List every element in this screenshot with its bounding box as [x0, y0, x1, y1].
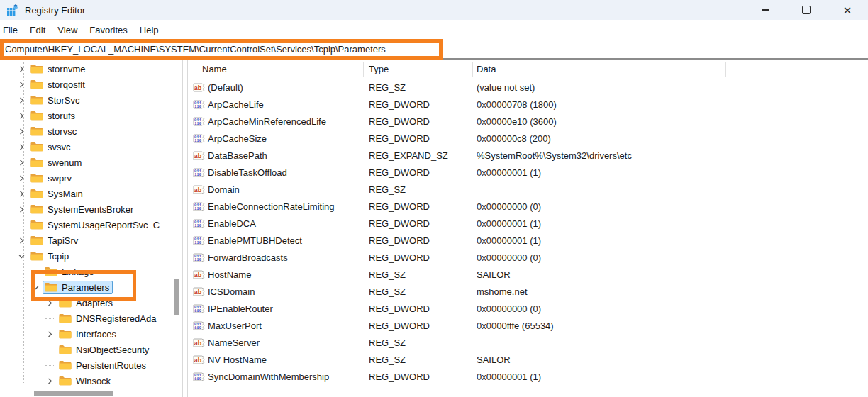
registry-value-row[interactable]: ab 011 110 ICSDomain REG_SZ mshome.net — [188, 284, 868, 301]
chevron-slot[interactable] — [14, 123, 28, 139]
registry-value-row[interactable]: ab 011 110 NV HostName REG_SZ SAILOR — [188, 352, 868, 369]
menu-file[interactable]: File — [3, 25, 18, 35]
tree-node[interactable]: StorSvc — [28, 94, 84, 107]
chevron-slot[interactable] — [14, 77, 28, 92]
chevron-slot[interactable] — [43, 326, 57, 342]
chevron-slot[interactable] — [14, 108, 28, 123]
close-button[interactable]: ✕ — [827, 0, 868, 20]
column-header-data[interactable]: Data — [477, 60, 496, 79]
chevron-slot[interactable] — [14, 248, 28, 264]
column-divider[interactable] — [725, 62, 726, 77]
string-value-icon: ab — [193, 83, 205, 92]
tree-item[interactable]: storufs — [0, 108, 173, 123]
tree: stornvme storqosflt StorSvc — [0, 60, 173, 389]
menu-favorites[interactable]: Favorites — [89, 25, 127, 35]
chevron-slot[interactable] — [43, 311, 57, 326]
tree-node[interactable]: Interfaces — [57, 328, 120, 341]
tree-item[interactable]: StorSvc — [0, 92, 173, 108]
tree-node[interactable]: swenum — [28, 156, 85, 169]
tree-node[interactable]: TapiSrv — [28, 234, 82, 247]
registry-value-row[interactable]: ab 011 110 SyncDomainWithMembership REG_… — [188, 369, 868, 386]
tree-item[interactable]: swprv — [0, 170, 173, 186]
chevron-slot[interactable] — [14, 92, 28, 108]
registry-value-row[interactable]: ab 011 110 ArpCacheSize REG_DWORD 0x0000… — [188, 130, 868, 147]
registry-value-row[interactable]: ab 011 110 ArpCacheLife REG_DWORD 0x0000… — [188, 96, 868, 113]
registry-value-row[interactable]: ab 011 110 EnablePMTUBHDetect REG_DWORD … — [188, 233, 868, 250]
tree-item[interactable]: NsiObjectSecurity — [0, 342, 173, 357]
tree-node[interactable]: svsvc — [28, 140, 74, 154]
tree-item[interactable]: swenum — [0, 155, 173, 170]
registry-value-row[interactable]: ab 011 110 IPEnableRouter REG_DWORD 0x00… — [188, 301, 868, 318]
tree-item[interactable]: svsvc — [0, 139, 173, 155]
tree-node[interactable]: stornvme — [28, 62, 89, 76]
registry-value-row[interactable]: ab 011 110 EnableDCA REG_DWORD 0x0000000… — [188, 216, 868, 233]
svg-text:ab: ab — [194, 289, 202, 296]
chevron-slot[interactable] — [14, 61, 28, 77]
chevron-slot[interactable] — [14, 201, 28, 217]
registry-value-row[interactable]: ab 011 110 DisableTaskOffload REG_DWORD … — [188, 164, 868, 181]
registry-value-row[interactable]: ab 011 110 HostName REG_SZ SAILOR — [188, 267, 868, 284]
chevron-slot[interactable] — [43, 342, 57, 357]
tree-node[interactable]: Tcpip — [28, 250, 72, 263]
registry-value-row[interactable]: ab 011 110 EnableConnectionRateLimiting … — [188, 198, 868, 216]
chevron-slot[interactable] — [14, 170, 28, 186]
folder-icon — [30, 95, 43, 105]
tree-node[interactable]: storqosflt — [28, 78, 89, 91]
registry-value-row[interactable]: ab 011 110 Domain REG_SZ — [188, 181, 868, 198]
chevron-slot[interactable] — [14, 217, 28, 233]
tree-item[interactable]: TapiSrv — [0, 233, 173, 248]
column-header-name[interactable]: Name — [202, 60, 227, 79]
tree-node[interactable]: storvsc — [28, 125, 80, 138]
tree-item[interactable]: storvsc — [0, 123, 173, 139]
column-header-type[interactable]: Type — [369, 60, 389, 79]
tree-item[interactable]: Tcpip — [0, 248, 173, 264]
tree-item-label: swprv — [48, 173, 72, 184]
tree-item[interactable]: Winsock — [0, 373, 173, 388]
chevron-slot[interactable] — [43, 373, 57, 388]
menu-view[interactable]: View — [57, 25, 77, 35]
value-type: REG_DWORD — [369, 164, 430, 181]
minimize-button[interactable] — [745, 0, 786, 20]
column-divider[interactable] — [363, 62, 364, 77]
tree-item[interactable]: Interfaces — [0, 326, 173, 342]
registry-value-row[interactable]: ab 011 110 NameServer REG_SZ — [188, 335, 868, 352]
chevron-slot[interactable] — [14, 139, 28, 155]
tree-node[interactable]: storufs — [28, 109, 79, 123]
tree-item[interactable]: SysMain — [0, 186, 173, 201]
chevron-down-icon — [18, 252, 26, 260]
registry-value-row[interactable]: ab 011 110 (Default) REG_SZ (value not s… — [188, 79, 868, 96]
tree-node[interactable]: Winsock — [57, 374, 114, 388]
chevron-slot[interactable] — [43, 357, 57, 373]
value-type: REG_SZ — [369, 181, 406, 198]
tree-item-label: Interfaces — [76, 329, 116, 340]
tree-item[interactable]: PersistentRoutes — [0, 357, 173, 373]
tree-node[interactable]: NsiObjectSecurity — [57, 343, 152, 357]
tree-vertical-scrollbar[interactable] — [174, 279, 179, 315]
registry-value-row[interactable]: ab 011 110 ForwardBroadcasts REG_DWORD 0… — [188, 250, 868, 267]
tree-connector — [45, 365, 54, 366]
tree-node[interactable]: PersistentRoutes — [57, 359, 150, 372]
registry-value-row[interactable]: ab 011 110 DataBasePath REG_EXPAND_SZ %S… — [188, 147, 868, 164]
tree-horizontal-scrollbar[interactable] — [34, 391, 113, 396]
chevron-slot[interactable] — [14, 155, 28, 170]
tree-item[interactable]: storqosflt — [0, 77, 173, 92]
menu-help[interactable]: Help — [140, 25, 159, 35]
maximize-button[interactable] — [786, 0, 827, 20]
value-data: 0x00000708 (1800) — [477, 96, 557, 113]
tree-node[interactable]: SysMain — [28, 187, 87, 201]
tree-node[interactable]: swprv — [28, 172, 75, 185]
tree-node[interactable]: SystemUsageReportSvc_C — [28, 218, 163, 232]
tree-item[interactable]: stornvme — [0, 61, 173, 77]
tree-item[interactable]: SystemEventsBroker — [0, 201, 173, 217]
tree-node[interactable]: DNSRegisteredAda — [57, 312, 160, 325]
tree-node[interactable]: SystemEventsBroker — [28, 203, 137, 216]
registry-value-row[interactable]: ab 011 110 MaxUserPort REG_DWORD 0x0000f… — [188, 318, 868, 335]
tree-item[interactable]: DNSRegisteredAda — [0, 311, 173, 326]
tree-item[interactable]: SystemUsageReportSvc_C — [0, 217, 173, 233]
registry-value-row[interactable]: ab 011 110 ArpCacheMinReferencedLife REG… — [188, 113, 868, 130]
chevron-slot[interactable] — [14, 186, 28, 201]
address-input[interactable]: Computer\HKEY_LOCAL_MACHINE\SYSTEM\Curre… — [4, 44, 386, 55]
column-divider[interactable] — [472, 62, 473, 77]
menu-edit[interactable]: Edit — [30, 25, 45, 35]
chevron-slot[interactable] — [14, 233, 28, 248]
